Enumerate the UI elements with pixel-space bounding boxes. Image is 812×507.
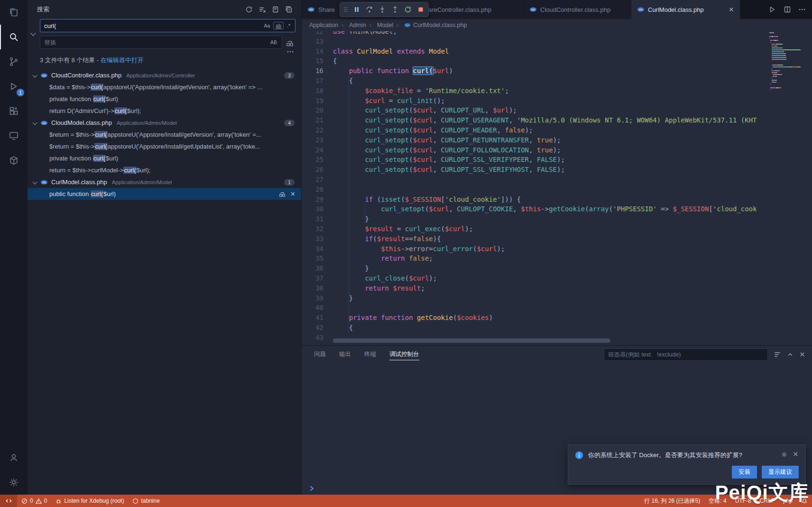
- close-tab-icon[interactable]: [729, 7, 734, 12]
- tabnine-status[interactable]: tabnine: [128, 495, 164, 507]
- code-line[interactable]: 21 curl_setopt($curl, CURLOPT_USERAGENT,…: [302, 115, 766, 125]
- code-line[interactable]: 42 {: [302, 323, 766, 333]
- minimap[interactable]: [769, 32, 806, 95]
- code-line[interactable]: 23 curl_setopt($curl, CURLOPT_RETURNTRAN…: [302, 135, 766, 145]
- code-line[interactable]: 36 }: [302, 263, 766, 273]
- activity-item-search[interactable]: [0, 25, 28, 49]
- code-line[interactable]: 13: [302, 37, 766, 47]
- step-into-icon[interactable]: [378, 6, 386, 13]
- code-line[interactable]: 17 {: [302, 76, 766, 86]
- panel-tab-problems[interactable]: 问题: [314, 346, 326, 363]
- breadcrumb-item[interactable]: Application: [309, 22, 338, 28]
- repl-prompt-icon[interactable]: [308, 485, 315, 492]
- code-line[interactable]: 26 curl_setopt($curl, CURLOPT_SSL_VERIFY…: [302, 165, 766, 175]
- encoding-status[interactable]: UTF-8: [731, 495, 756, 507]
- code-line[interactable]: 27: [302, 175, 766, 185]
- search-match-row[interactable]: return = $this->curlModel->curl($url);: [28, 164, 301, 176]
- code-line[interactable]: 18 $cookie_file = 'Runtime/cookie.txt';: [302, 86, 766, 96]
- search-match-row[interactable]: $data = $this->curl(appstoreU('Appstore/…: [28, 81, 301, 93]
- horizontal-scrollbar[interactable]: [333, 338, 610, 343]
- breadcrumb-item[interactable]: Model: [366, 22, 393, 28]
- activity-item-packages[interactable]: [0, 148, 28, 173]
- maximize-panel-icon[interactable]: [787, 351, 794, 358]
- panel-tab-terminal[interactable]: 终端: [364, 346, 376, 363]
- match-case-icon[interactable]: Aa: [261, 22, 272, 29]
- pause-icon[interactable]: [353, 6, 360, 13]
- activity-item-source-control[interactable]: [0, 49, 28, 74]
- notifications-status[interactable]: [797, 495, 812, 507]
- code-line[interactable]: 24 curl_setopt($curl, CURLOPT_FOLLOWLOCA…: [302, 145, 766, 155]
- search-file-row[interactable]: phpCloudController.class.phpApplication/…: [28, 69, 301, 81]
- panel-tab-output[interactable]: 输出: [339, 346, 351, 363]
- code-line[interactable]: 38 return $result;: [302, 283, 766, 293]
- code-line[interactable]: 31 }: [302, 214, 766, 224]
- search-match-row[interactable]: $return = $this->curl(appstoreU('Appstor…: [28, 141, 301, 152]
- code-editor[interactable]: 12use Think\Model;1314class CurlModel ex…: [302, 31, 812, 345]
- xdebug-status[interactable]: Listen for Xdebug (root): [51, 495, 128, 507]
- code-line[interactable]: 33 if($result==false){: [302, 234, 766, 244]
- refresh-icon[interactable]: [243, 4, 255, 15]
- install-button[interactable]: 安装: [732, 466, 757, 479]
- activity-item-extensions[interactable]: [0, 99, 28, 123]
- code-line[interactable]: 15{: [302, 56, 766, 66]
- search-match-row[interactable]: $return = $this->curl(appstoreU('Appstor…: [28, 129, 301, 141]
- dismiss-icon[interactable]: [290, 191, 295, 197]
- tab-cloudcontroller[interactable]: php CloudController.class.php: [524, 0, 631, 19]
- preserve-case-icon[interactable]: AB: [268, 38, 279, 46]
- restart-icon[interactable]: [404, 6, 412, 13]
- run-icon[interactable]: [768, 6, 776, 13]
- code-line[interactable]: 41 private function getCookie($cookies): [302, 313, 766, 323]
- indentation-status[interactable]: 空格: 4: [704, 495, 730, 507]
- tab-curlmodel[interactable]: php CurlModel.class.php: [631, 0, 740, 19]
- search-match-row[interactable]: private function curl($url): [28, 93, 301, 105]
- activity-item-account[interactable]: [0, 445, 28, 470]
- notification-close-icon[interactable]: [793, 451, 799, 458]
- activity-item-run-debug[interactable]: 1: [0, 74, 28, 99]
- code-line[interactable]: 16 public function curl($url): [302, 66, 766, 76]
- problems-status[interactable]: 0 0: [17, 495, 51, 507]
- eol-status[interactable]: CRLF: [756, 495, 779, 507]
- stop-icon[interactable]: [417, 6, 424, 13]
- search-file-row[interactable]: phpCurlModel.class.phpApplication/Admin/…: [28, 176, 301, 188]
- code-line[interactable]: 22 curl_setopt($curl, CURLOPT_HEADER, fa…: [302, 125, 766, 135]
- code-line[interactable]: 12use Think\Model;: [302, 31, 766, 37]
- code-line[interactable]: 14class CurlModel extends Model: [302, 47, 766, 56]
- code-line[interactable]: 28: [302, 185, 766, 195]
- search-match-row[interactable]: public function curl($url): [28, 188, 301, 200]
- tab-arecontroller[interactable]: areController.class.php: [423, 0, 524, 19]
- breadcrumb-item[interactable]: CurlModel.class.php: [393, 22, 467, 28]
- code-line[interactable]: 29 if (isset($_SESSION['cloud_cookie']))…: [302, 195, 766, 205]
- replace-icon[interactable]: [279, 191, 286, 197]
- activity-item-remote-explorer[interactable]: [0, 123, 28, 148]
- code-line[interactable]: 40: [302, 303, 766, 313]
- activity-item-explorer[interactable]: [0, 0, 28, 25]
- collapse-all-icon[interactable]: [283, 4, 295, 15]
- activity-item-settings[interactable]: [0, 470, 28, 495]
- panel-tab-debug-console[interactable]: 调试控制台: [389, 346, 419, 363]
- toggle-search-details-icon[interactable]: [287, 50, 294, 53]
- whole-word-icon[interactable]: ab: [273, 22, 284, 29]
- replace-all-icon[interactable]: [284, 38, 295, 49]
- cursor-position-status[interactable]: 行 16, 列 26 (已选择5): [640, 495, 704, 507]
- step-over-icon[interactable]: [366, 6, 373, 13]
- clear-console-icon[interactable]: [774, 351, 781, 358]
- close-panel-icon[interactable]: [799, 351, 805, 357]
- toggle-replace-chevron-icon[interactable]: [30, 30, 36, 36]
- replace-input[interactable]: [44, 39, 267, 46]
- split-editor-icon[interactable]: [784, 6, 791, 13]
- breadcrumb-item[interactable]: Admin: [338, 22, 366, 28]
- more-actions-icon[interactable]: [799, 8, 805, 11]
- notification-settings-gear-icon[interactable]: [781, 451, 788, 458]
- code-line[interactable]: 19 $curl = curl_init();: [302, 96, 766, 106]
- remote-indicator[interactable]: [0, 495, 17, 507]
- code-line[interactable]: 20 curl_setopt($curl, CURLOPT_URL, $url)…: [302, 105, 766, 115]
- clear-search-results-icon[interactable]: [257, 4, 268, 15]
- code-line[interactable]: 34 $this->error=curl_error($curl);: [302, 244, 766, 254]
- show-recommendations-button[interactable]: 显示建议: [762, 466, 799, 479]
- regex-icon[interactable]: .*: [285, 22, 293, 29]
- code-line[interactable]: 30 curl_setopt($curl, CURLOPT_COOKIE, $t…: [302, 204, 766, 214]
- search-input[interactable]: [44, 22, 260, 29]
- search-file-row[interactable]: phpCloudModel.class.phpApplication/Admin…: [28, 117, 301, 129]
- open-in-editor-link[interactable]: 在编辑器中打开: [101, 56, 144, 64]
- search-match-row[interactable]: return D('Admin/Curl')->curl($url);: [28, 105, 301, 117]
